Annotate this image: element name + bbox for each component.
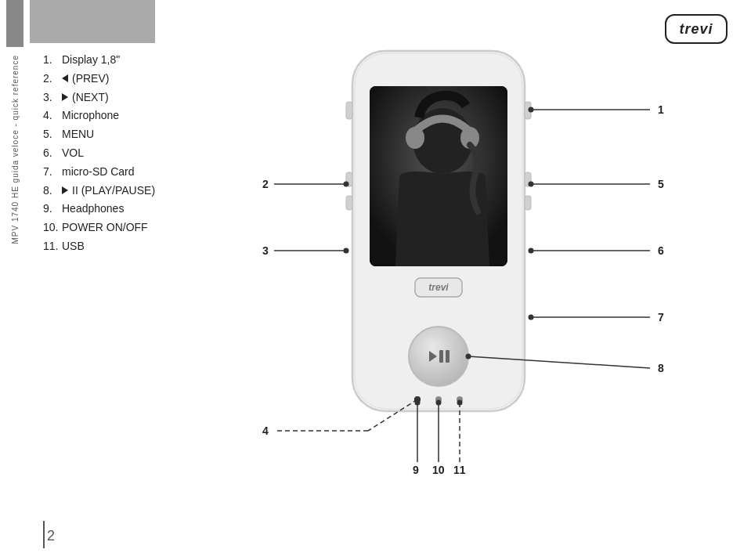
- play-icon: [62, 186, 68, 194]
- next-icon: [62, 93, 68, 101]
- list-num-6: 6.: [43, 144, 59, 163]
- svg-point-49: [415, 400, 421, 406]
- list-text-4: Microphone: [62, 107, 119, 125]
- svg-point-30: [344, 248, 349, 254]
- svg-point-16: [409, 327, 468, 386]
- list-num-8: 8.: [43, 182, 59, 201]
- svg-point-52: [436, 400, 442, 406]
- svg-text:1: 1: [658, 103, 664, 116]
- list-text-10: POWER ON/OFF: [62, 219, 148, 237]
- page-number: 2: [47, 528, 55, 544]
- prev-icon: [62, 74, 68, 82]
- list-num-9: 9.: [43, 200, 59, 219]
- svg-text:trevi: trevi: [428, 282, 449, 293]
- svg-point-27: [344, 182, 349, 187]
- device-area: trevi 1 2 3 4: [251, 39, 689, 493]
- svg-text:6: 6: [658, 244, 664, 257]
- svg-text:7: 7: [658, 311, 664, 323]
- svg-text:9: 9: [413, 464, 419, 476]
- list-num-3: 3.: [43, 89, 59, 107]
- svg-point-46: [466, 354, 471, 359]
- list-num-10: 10.: [43, 219, 59, 237]
- list-item-11: 11. USB: [43, 237, 262, 256]
- list-num-7: 7.: [43, 163, 59, 182]
- list-item-7: 7. micro-SD Card: [43, 163, 262, 182]
- svg-rect-7: [525, 196, 531, 210]
- sidebar: MPV 1740 HE guida veloce - quick referen…: [0, 0, 30, 560]
- top-gray-bar: [30, 0, 155, 43]
- svg-point-43: [529, 315, 534, 320]
- svg-rect-2: [346, 102, 352, 119]
- list-item-5: 5. MENU: [43, 125, 262, 144]
- svg-text:5: 5: [658, 178, 664, 190]
- list-num-2: 2.: [43, 70, 59, 89]
- list-item-9: 9. Headphones: [43, 200, 262, 219]
- list-item-10: 10. POWER ON/OFF: [43, 219, 262, 237]
- list-text-5: MENU: [62, 125, 94, 144]
- list-text-9: Headphones: [62, 200, 124, 219]
- device-diagram: trevi 1 2 3 4: [251, 39, 689, 493]
- list-num-1: 1.: [43, 51, 59, 70]
- svg-point-12: [406, 127, 424, 149]
- svg-text:2: 2: [262, 178, 269, 190]
- svg-point-40: [529, 248, 534, 254]
- svg-text:10: 10: [432, 464, 445, 476]
- svg-point-37: [529, 182, 534, 187]
- svg-text:4: 4: [262, 425, 269, 437]
- list-num-4: 4.: [43, 107, 59, 125]
- list-item-2: 2. (PREV): [43, 70, 262, 89]
- list-item-3: 3. (NEXT): [43, 89, 262, 107]
- list-item-4: 4. Microphone: [43, 107, 262, 125]
- list-num-11: 11.: [43, 237, 59, 256]
- list-text-3: (NEXT): [72, 89, 109, 107]
- svg-rect-18: [439, 350, 443, 363]
- svg-text:11: 11: [453, 464, 466, 476]
- list-item-8: 8. II (PLAY/PAUSE): [43, 182, 262, 201]
- list-num-5: 5.: [43, 125, 59, 144]
- list-text-7: micro-SD Card: [62, 163, 135, 182]
- svg-rect-19: [446, 350, 450, 363]
- feature-list: 1. Display 1,8" 2. (PREV) 3. (NEXT) 4. M…: [43, 51, 262, 256]
- svg-point-55: [457, 400, 463, 406]
- list-text-2: (PREV): [72, 70, 109, 89]
- list-text-11: USB: [62, 237, 85, 256]
- sidebar-text: MPV 1740 HE guida veloce - quick referen…: [11, 55, 20, 244]
- list-item-6: 6. VOL: [43, 144, 262, 163]
- page-divider: [43, 521, 45, 548]
- list-item-1: 1. Display 1,8": [43, 51, 262, 70]
- sidebar-top-block: [6, 0, 23, 47]
- list-text-8: II (PLAY/PAUSE): [72, 182, 155, 201]
- list-text-6: VOL: [62, 144, 84, 163]
- svg-point-24: [529, 107, 534, 113]
- content-list: 1. Display 1,8" 2. (PREV) 3. (NEXT) 4. M…: [43, 51, 262, 256]
- svg-rect-4: [346, 196, 352, 210]
- svg-text:3: 3: [262, 244, 269, 257]
- list-text-1: Display 1,8": [62, 51, 120, 70]
- svg-text:8: 8: [658, 362, 664, 374]
